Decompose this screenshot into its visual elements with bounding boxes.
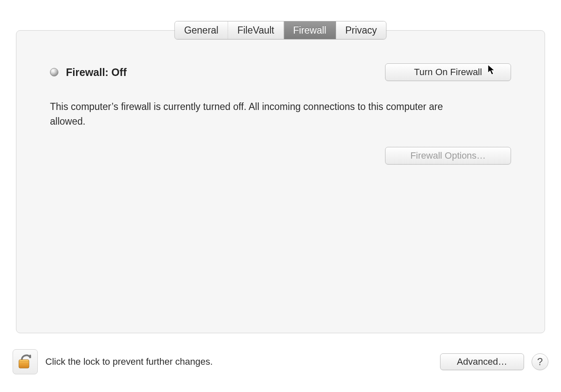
lock-button[interactable] bbox=[13, 349, 38, 374]
firewall-status-title: Firewall: Off bbox=[66, 66, 126, 78]
unlocked-padlock-icon bbox=[17, 351, 34, 372]
lock-hint-text: Click the lock to prevent further change… bbox=[45, 356, 213, 367]
tab-privacy[interactable]: Privacy bbox=[336, 21, 386, 39]
tab-general[interactable]: General bbox=[175, 21, 228, 39]
advanced-button[interactable]: Advanced… bbox=[440, 353, 524, 370]
tab-firewall[interactable]: Firewall bbox=[284, 21, 336, 39]
footer-bar: Click the lock to prevent further change… bbox=[13, 349, 548, 374]
tab-filevault[interactable]: FileVault bbox=[228, 21, 284, 39]
turn-on-firewall-button[interactable]: Turn On Firewall bbox=[385, 63, 511, 81]
firewall-options-button: Firewall Options… bbox=[385, 147, 511, 165]
security-tabs: General FileVault Firewall Privacy bbox=[174, 21, 386, 39]
help-button[interactable]: ? bbox=[532, 353, 548, 370]
firewall-panel: Firewall: Off Turn On Firewall This comp… bbox=[16, 30, 545, 333]
firewall-description-text: This computer’s firewall is currently tu… bbox=[50, 99, 474, 128]
firewall-status-indicator-icon bbox=[50, 68, 58, 76]
